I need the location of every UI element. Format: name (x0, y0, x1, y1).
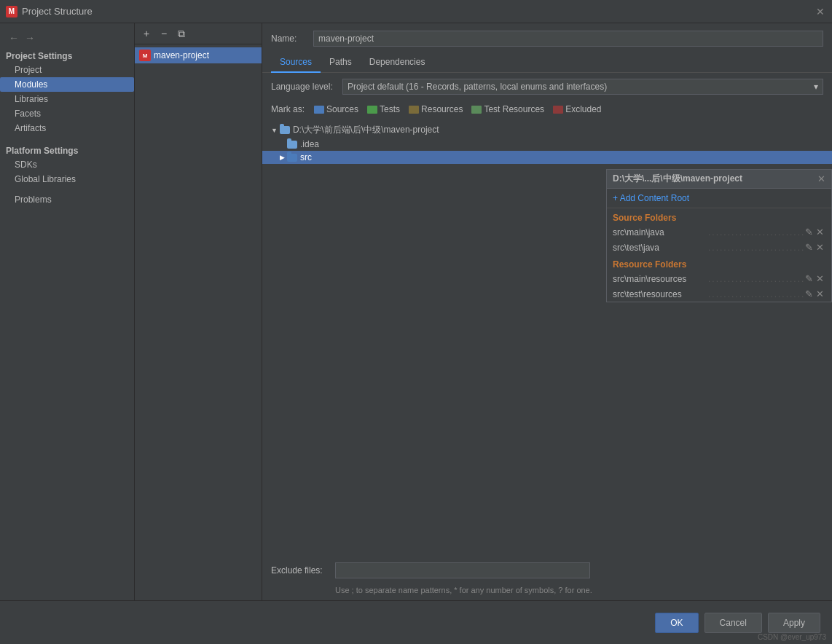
sources-folder-icon (314, 106, 324, 114)
ok-button[interactable]: OK (655, 613, 698, 633)
mark-as-label: Mark as: (271, 104, 305, 114)
tree-item-src[interactable]: ▶ src (262, 151, 832, 164)
popup-title: D:\大学\...后\中级\maven-project (613, 173, 742, 185)
language-level-select[interactable]: Project default (16 - Records, patterns,… (342, 79, 823, 95)
sidebar-divider (0, 136, 134, 141)
mark-resources-button[interactable]: Resources (407, 103, 465, 115)
resource-folder-item-test: src\test\resources .....................… (607, 286, 831, 302)
resource-folder-dots-1: ................................ (708, 274, 804, 284)
sidebar-item-problems[interactable]: Problems (0, 192, 134, 207)
test-resources-folder-icon (471, 106, 482, 114)
source-folder-path-test-java: src\test\java (613, 243, 708, 253)
module-item-maven[interactable]: M maven-project (135, 47, 262, 63)
popup-close-button[interactable]: ✕ (817, 173, 825, 184)
bottom-bar: OK Cancel Apply (0, 600, 832, 644)
module-list: M maven-project (135, 44, 262, 600)
language-level-row: Language level: Project default (16 - Re… (262, 73, 832, 101)
resource-folders-label: Resource Folders (607, 255, 831, 271)
language-level-label: Language level: (271, 82, 337, 92)
edit-source-folder-test-java[interactable]: ✎ (804, 242, 815, 253)
tree-src-expand-icon: ▶ (280, 154, 285, 161)
sidebar-item-global-libraries[interactable]: Global Libraries (0, 172, 134, 186)
watermark: CSDN @ever_up973 (758, 633, 826, 641)
sidebar-divider-2 (0, 186, 134, 192)
back-button[interactable]: ← (6, 31, 22, 45)
app-icon: M (6, 6, 17, 17)
tabs-row: Sources Paths Dependencies (262, 52, 832, 73)
mark-tests-button[interactable]: Tests (365, 103, 402, 115)
tab-dependencies[interactable]: Dependencies (361, 52, 434, 73)
sidebar-item-modules[interactable]: Modules (0, 77, 134, 92)
name-input[interactable] (313, 31, 823, 47)
platform-settings-header: Platform Settings (0, 141, 134, 157)
remove-resource-folder-test[interactable]: ✕ (815, 288, 825, 299)
tree-item-idea[interactable]: ▶ .idea (262, 138, 832, 151)
sidebar-item-facets[interactable]: Facets (0, 106, 134, 121)
name-label: Name: (271, 34, 307, 44)
cancel-button[interactable]: Cancel (705, 613, 762, 633)
app-icon-letter: M (9, 7, 15, 15)
module-name: maven-project (154, 50, 209, 60)
exclude-files-row: Exclude files: (262, 557, 832, 584)
source-folder-dots-1: ................................ (708, 227, 804, 237)
content-spacer (262, 341, 832, 557)
resource-folder-dots-2: ................................ (708, 289, 804, 299)
add-module-button[interactable]: + (139, 26, 154, 41)
mark-test-resources-button[interactable]: Test Resources (469, 103, 546, 115)
forward-button[interactable]: → (22, 31, 38, 45)
edit-resource-folder-main[interactable]: ✎ (804, 273, 815, 284)
tree-item-root[interactable]: ▼ D:\大学\前后端\后\中级\maven-project (262, 122, 832, 138)
project-settings-header: Project Settings (0, 47, 134, 63)
title-bar-text: Project Structure (22, 6, 815, 17)
tree-idea-label: .idea (300, 139, 319, 149)
exclude-files-label: Exclude files: (271, 565, 329, 576)
main-container: ← → Project Settings Project Modules Lib… (0, 23, 832, 600)
excluded-folder-icon (553, 106, 563, 114)
mark-sources-button[interactable]: Sources (312, 103, 361, 115)
tree-expand-icon: ▼ (271, 127, 278, 134)
resource-folder-path-main: src\main\resources (613, 274, 708, 284)
idea-folder-icon (287, 141, 297, 149)
remove-source-folder-test-java[interactable]: ✕ (815, 242, 825, 253)
sidebar-nav: ← → (0, 29, 134, 47)
sidebar-item-artifacts[interactable]: Artifacts (0, 121, 134, 136)
edit-resource-folder-test[interactable]: ✎ (804, 288, 815, 299)
mark-as-row: Mark as: Sources Tests Resources Test Re… (262, 101, 832, 119)
source-folder-path-main-java: src\main\java (613, 227, 708, 237)
dropdown-arrow-icon: ▾ (814, 82, 818, 92)
root-folder-icon (280, 126, 290, 134)
sidebar-item-sdks[interactable]: SDKs (0, 157, 134, 172)
apply-button[interactable]: Apply (768, 613, 820, 633)
maven-icon: M (139, 50, 151, 61)
file-toolbar: + − ⧉ (135, 23, 262, 44)
content-panel: Name: Sources Paths Dependencies Languag… (262, 23, 832, 600)
edit-source-folder-main-java[interactable]: ✎ (804, 227, 815, 237)
sidebar: ← → Project Settings Project Modules Lib… (0, 23, 135, 600)
src-folder-icon (287, 154, 297, 162)
sidebar-item-libraries[interactable]: Libraries (0, 92, 134, 106)
tab-paths[interactable]: Paths (321, 52, 361, 73)
sidebar-item-project[interactable]: Project (0, 63, 134, 77)
popup-header: D:\大学\...后\中级\maven-project ✕ (607, 170, 831, 189)
exclude-files-hint: Use ; to separate name patterns, * for a… (262, 584, 832, 600)
mark-excluded-button[interactable]: Excluded (551, 103, 603, 115)
title-bar: M Project Structure ✕ (0, 0, 832, 23)
file-panel: + − ⧉ M maven-project (135, 23, 262, 600)
add-content-root-button[interactable]: + Add Content Root (607, 189, 831, 208)
tab-sources[interactable]: Sources (271, 52, 321, 73)
remove-source-folder-main-java[interactable]: ✕ (815, 227, 825, 237)
popup-panel: D:\大学\...后\中级\maven-project ✕ + Add Cont… (606, 169, 832, 302)
remove-resource-folder-main[interactable]: ✕ (815, 273, 825, 284)
source-folders-label: Source Folders (607, 208, 831, 224)
name-row: Name: (262, 23, 832, 52)
close-button[interactable]: ✕ (815, 6, 826, 17)
source-folder-item-test-java: src\test\java ..........................… (607, 240, 831, 255)
remove-module-button[interactable]: − (157, 26, 171, 41)
source-folder-dots-2: ................................ (708, 243, 804, 253)
add-content-root-label: + Add Content Root (613, 193, 689, 203)
language-level-value: Project default (16 - Records, patterns,… (348, 82, 607, 92)
copy-module-button[interactable]: ⧉ (174, 26, 189, 41)
exclude-files-input[interactable] (335, 562, 590, 578)
resource-folder-path-test: src\test\resources (613, 289, 708, 299)
resources-folder-icon (409, 106, 419, 114)
